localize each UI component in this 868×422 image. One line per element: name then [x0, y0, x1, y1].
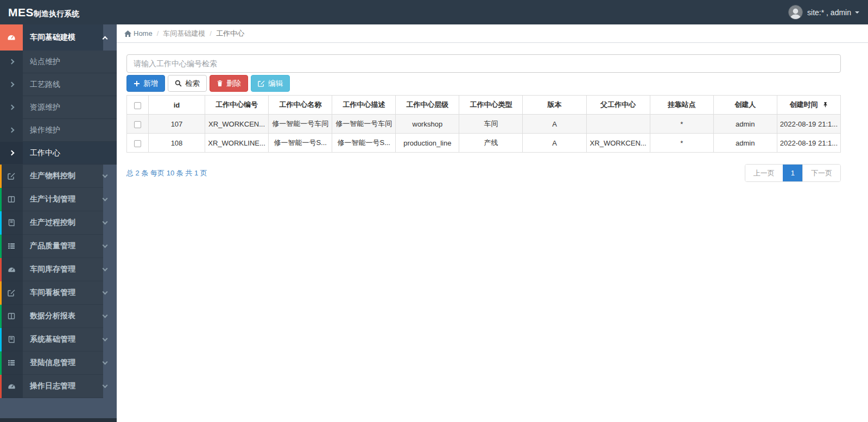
column-header-attached-site[interactable]: 挂靠站点: [650, 96, 713, 115]
sidebar-item-work-center[interactable]: 工作中心: [0, 142, 117, 165]
table-row[interactable]: 107 XR_WORKCEN... 修一智能一号车间 修一智能一号车间 work…: [127, 115, 841, 134]
sidebar-item-production-process-control[interactable]: 生产过程控制: [0, 211, 117, 235]
app-logo[interactable]: MES 制造执行系统: [0, 6, 79, 19]
columns-icon: [8, 196, 15, 203]
sidebar-item-login-info-management[interactable]: 登陆信息管理: [0, 351, 117, 375]
sidebar-item-site-maintenance[interactable]: 站点维护: [0, 51, 117, 73]
avatar: [788, 5, 803, 20]
sidebar-item-workshop-kanban-management[interactable]: 车间看板管理: [0, 281, 117, 305]
column-header-id[interactable]: id: [149, 96, 205, 115]
cell-id: 107: [149, 115, 205, 134]
column-header-work-center-desc[interactable]: 工作中心描述: [332, 96, 396, 115]
sidebar-item-system-basic-management[interactable]: 系统基础管理: [0, 328, 117, 351]
breadcrumb: Home / 车间基础建模 / 工作中心: [117, 24, 868, 43]
column-header-work-center-type[interactable]: 工作中心类型: [459, 96, 523, 115]
cell-attached-site: *: [650, 115, 713, 134]
column-header-creator[interactable]: 创建人: [713, 96, 777, 115]
sidebar-item-process-route[interactable]: 工艺路线: [0, 73, 117, 96]
column-header-work-center-name[interactable]: 工作中心名称: [269, 96, 332, 115]
cell-work-center-code: XR_WORKLINE...: [205, 134, 269, 153]
app-logo-bold: MES: [8, 6, 34, 19]
user-menu[interactable]: site:* , admin: [788, 5, 868, 20]
chevron-right-icon: [9, 105, 14, 110]
table-row[interactable]: 108 XR_WORKLINE... 修一智能一号S... 修一智能一号S...…: [127, 134, 841, 153]
item-color-strip: [0, 165, 2, 188]
sidebar-item-production-plan-management[interactable]: 生产计划管理: [0, 188, 117, 211]
sidebar-item-resource-maintenance[interactable]: 资源维护: [0, 96, 117, 119]
chevron-down-icon: [103, 336, 108, 342]
sidebar-group-workshop-basic-modeling[interactable]: 车间基础建模: [0, 24, 117, 51]
cell-work-center-desc: 修一智能一号S...: [332, 134, 396, 153]
sidebar-bottom-strip: [0, 418, 117, 422]
sidebar-item-product-quality-management[interactable]: 产品质量管理: [0, 235, 117, 258]
add-button[interactable]: 新增: [126, 75, 165, 92]
chevron-up-icon: [103, 36, 108, 42]
cell-work-center-level: production_line: [396, 134, 459, 153]
row-checkbox[interactable]: [134, 121, 141, 128]
chevron-down-icon: [103, 219, 108, 225]
work-center-table: id 工作中心编号 工作中心名称 工作中心描述 工作中心层级 工作中心类型 版本…: [126, 95, 841, 153]
cell-work-center-name: 修一智能一号S...: [269, 134, 332, 153]
pin-icon: [823, 102, 828, 108]
sidebar-item-label: 工作中心: [23, 142, 117, 165]
sidebar-item-label: 车间库存管理: [23, 258, 103, 281]
cell-creator: admin: [713, 134, 777, 153]
sidebar-item-label: 生产过程控制: [23, 211, 103, 235]
sidebar-item-production-material-control[interactable]: 生产物料控制: [0, 165, 117, 188]
breadcrumb-separator: /: [157, 29, 159, 37]
column-header-parent-work-center[interactable]: 父工作中心: [586, 96, 650, 115]
chevron-right-icon: [9, 59, 14, 65]
chevron-right-icon: [9, 128, 14, 133]
edit-icon: [8, 289, 15, 297]
cell-create-time: 2022-08-19 21:1...: [777, 134, 840, 153]
dashboard-icon: [8, 382, 16, 390]
work-center-search-input[interactable]: [126, 54, 841, 73]
next-page-button[interactable]: 下一页: [802, 165, 840, 181]
book-icon: [8, 336, 15, 343]
cell-work-center-name: 修一智能一号车间: [269, 115, 332, 134]
edit-button[interactable]: 编辑: [251, 75, 290, 92]
pager: 上一页 1 下一页: [745, 164, 841, 182]
pagination-summary: 总 2 条 每页 10 条 共 1 页: [126, 168, 207, 178]
cell-parent-work-center: [586, 115, 650, 134]
sidebar-item-operation-log-management[interactable]: 操作日志管理: [0, 375, 117, 398]
breadcrumb-current: 工作中心: [216, 29, 244, 39]
dashboard-icon: [8, 266, 16, 274]
select-all-checkbox[interactable]: [134, 102, 141, 109]
item-color-strip: [0, 235, 2, 258]
sidebar-item-label: 生产物料控制: [23, 165, 103, 188]
chevron-right-icon: [9, 82, 14, 87]
row-checkbox[interactable]: [134, 140, 141, 147]
sidebar-item-data-analysis-reports[interactable]: 数据分析报表: [0, 305, 117, 328]
chevron-down-icon: [103, 196, 108, 201]
caret-down-icon: [855, 11, 859, 14]
cell-parent-work-center: XR_WORKCEN...: [586, 134, 650, 153]
column-header-create-time[interactable]: 创建时间: [777, 96, 840, 115]
delete-button[interactable]: 删除: [210, 75, 248, 92]
chevron-down-icon: [103, 243, 108, 248]
sidebar-item-workshop-inventory-management[interactable]: 车间库存管理: [0, 258, 117, 281]
column-header-version[interactable]: 版本: [523, 96, 586, 115]
sidebar: 车间基础建模 站点维护 工艺路线 资源维护 操作维护 工作中心 生产物料控制: [0, 24, 117, 422]
cell-version: A: [523, 134, 586, 153]
sidebar-item-label: 操作日志管理: [23, 375, 103, 398]
sidebar-item-label: 产品质量管理: [23, 235, 103, 258]
column-header-work-center-level[interactable]: 工作中心层级: [396, 96, 459, 115]
chevron-down-icon: [103, 266, 108, 272]
user-label: site:* , admin: [807, 8, 851, 17]
item-color-strip: [0, 351, 2, 375]
sidebar-item-label: 生产计划管理: [23, 188, 103, 211]
page-1-button[interactable]: 1: [783, 165, 802, 181]
content: 新增 检索 删除 编辑: [117, 43, 868, 182]
prev-page-button[interactable]: 上一页: [745, 165, 783, 181]
sidebar-item-operation-maintenance[interactable]: 操作维护: [0, 119, 117, 142]
sidebar-item-label: 站点维护: [23, 51, 117, 73]
toolbar: 新增 检索 删除 编辑: [126, 75, 841, 92]
sidebar-item-label: 登陆信息管理: [23, 351, 103, 375]
search-button[interactable]: 检索: [168, 75, 207, 92]
list-icon: [8, 359, 15, 367]
sidebar-item-label: 操作维护: [23, 119, 117, 142]
breadcrumb-home-link[interactable]: Home: [124, 29, 153, 37]
column-header-work-center-code[interactable]: 工作中心编号: [205, 96, 269, 115]
cell-id: 108: [149, 134, 205, 153]
